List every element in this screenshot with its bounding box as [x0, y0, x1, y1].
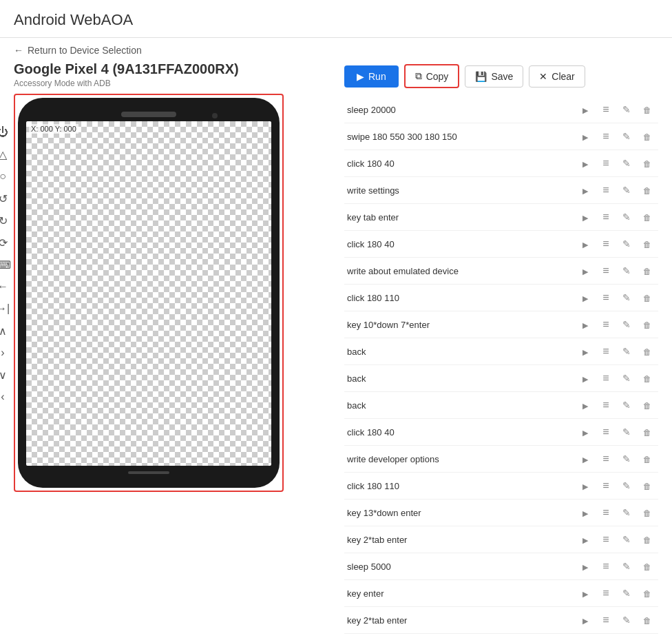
reorder-command-btn[interactable] [598, 612, 614, 628]
delete-command-btn[interactable] [639, 289, 655, 306]
edit-command-btn[interactable] [618, 316, 635, 333]
chevron-down-btn[interactable]: ∨ [0, 365, 12, 384]
edit-command-btn[interactable] [618, 451, 635, 467]
refresh-btn[interactable]: ⟳ [0, 233, 12, 252]
reorder-command-btn[interactable] [598, 289, 614, 306]
back-nav[interactable]: ← Return to Device Selection [0, 38, 672, 61]
edit-command-btn[interactable] [618, 155, 635, 172]
command-row: click 180 40 [344, 150, 658, 177]
edit-command-btn[interactable] [618, 585, 635, 601]
chevron-right-btn[interactable]: › [0, 343, 12, 362]
run-command-btn[interactable] [577, 128, 594, 145]
delete-command-btn[interactable] [639, 397, 655, 413]
delete-command-btn[interactable] [639, 504, 655, 521]
delete-command-btn[interactable] [639, 424, 655, 440]
delete-command-btn[interactable] [639, 182, 655, 198]
chevron-left-btn[interactable]: ‹ [0, 387, 12, 407]
reorder-command-btn[interactable] [598, 263, 614, 279]
chevron-up-btn[interactable]: ∧ [0, 321, 12, 340]
run-command-btn[interactable] [577, 612, 594, 628]
reorder-command-btn[interactable] [598, 558, 614, 575]
delete-command-btn[interactable] [639, 128, 655, 145]
arrow-left-btn[interactable]: ← [0, 277, 12, 296]
run-command-btn[interactable] [577, 370, 594, 387]
delete-command-btn[interactable] [639, 451, 655, 467]
run-command-btn[interactable] [577, 504, 594, 521]
arrow-right-bar-btn[interactable]: →| [0, 299, 12, 318]
keyboard-btn[interactable]: ⌨ [0, 255, 12, 274]
edit-command-btn[interactable] [618, 558, 635, 575]
save-button[interactable]: 💾 Save [465, 65, 523, 88]
reorder-command-btn[interactable] [598, 451, 614, 467]
edit-command-btn[interactable] [618, 263, 635, 279]
reorder-command-btn[interactable] [598, 128, 614, 145]
run-command-btn[interactable] [577, 531, 594, 548]
rotate-left-btn[interactable]: ↺ [0, 189, 12, 208]
run-command-btn[interactable] [577, 451, 594, 467]
edit-command-btn[interactable] [618, 397, 635, 413]
run-command-btn[interactable] [577, 558, 594, 575]
delete-command-btn[interactable] [639, 585, 655, 601]
delete-command-btn[interactable] [639, 236, 655, 252]
reorder-command-btn[interactable] [598, 182, 614, 198]
reorder-command-btn[interactable] [598, 101, 614, 118]
run-command-btn[interactable] [577, 477, 594, 494]
edit-command-btn[interactable] [618, 236, 635, 252]
run-command-btn[interactable] [577, 182, 594, 198]
reorder-command-btn[interactable] [598, 531, 614, 548]
run-command-btn[interactable] [577, 343, 594, 360]
run-command-btn[interactable] [577, 397, 594, 413]
run-command-btn[interactable] [577, 101, 594, 118]
delete-command-btn[interactable] [639, 209, 655, 225]
home-btn[interactable]: △ [0, 145, 12, 164]
edit-command-btn[interactable] [618, 531, 635, 548]
reorder-command-btn[interactable] [598, 477, 614, 494]
reorder-command-btn[interactable] [598, 585, 614, 601]
run-command-btn[interactable] [577, 155, 594, 172]
run-command-btn[interactable] [577, 209, 594, 225]
reorder-command-btn[interactable] [598, 209, 614, 225]
edit-command-btn[interactable] [618, 209, 635, 225]
edit-command-btn[interactable] [618, 289, 635, 306]
rotate-right-btn[interactable]: ↻ [0, 211, 12, 230]
edit-command-btn[interactable] [618, 612, 635, 628]
edit-command-btn[interactable] [618, 182, 635, 198]
reorder-command-btn[interactable] [598, 370, 614, 387]
edit-command-btn[interactable] [618, 504, 635, 521]
run-command-btn[interactable] [577, 424, 594, 440]
edit-command-btn[interactable] [618, 101, 635, 118]
reorder-command-btn[interactable] [598, 504, 614, 521]
run-button[interactable]: ▶ Run [344, 65, 399, 88]
reorder-command-btn[interactable] [598, 424, 614, 440]
edit-command-btn[interactable] [618, 424, 635, 440]
reorder-command-btn[interactable] [598, 155, 614, 172]
run-command-btn[interactable] [577, 263, 594, 279]
delete-command-btn[interactable] [639, 370, 655, 387]
phone-screen[interactable]: X: 000 Y: 000 [26, 121, 271, 466]
edit-command-btn[interactable] [618, 343, 635, 360]
delete-command-btn[interactable] [639, 263, 655, 279]
edit-command-btn[interactable] [618, 370, 635, 387]
edit-command-btn[interactable] [618, 128, 635, 145]
copy-button[interactable]: ⧉ Copy [404, 64, 460, 88]
run-command-btn[interactable] [577, 236, 594, 252]
delete-command-btn[interactable] [639, 101, 655, 118]
run-command-btn[interactable] [577, 289, 594, 306]
reorder-command-btn[interactable] [598, 397, 614, 413]
delete-command-btn[interactable] [639, 531, 655, 548]
reorder-command-btn[interactable] [598, 236, 614, 252]
delete-command-btn[interactable] [639, 155, 655, 172]
run-command-btn[interactable] [577, 316, 594, 333]
run-command-btn[interactable] [577, 585, 594, 601]
delete-command-btn[interactable] [639, 477, 655, 494]
edit-command-btn[interactable] [618, 477, 635, 494]
delete-command-btn[interactable] [639, 558, 655, 575]
reorder-command-btn[interactable] [598, 343, 614, 360]
back-btn-circle[interactable]: ○ [0, 167, 12, 186]
clear-button[interactable]: ✕ Clear [529, 65, 585, 88]
delete-command-btn[interactable] [639, 316, 655, 333]
delete-command-btn[interactable] [639, 612, 655, 628]
reorder-command-btn[interactable] [598, 316, 614, 333]
delete-command-btn[interactable] [639, 343, 655, 360]
power-btn[interactable]: ⏻ [0, 123, 12, 142]
